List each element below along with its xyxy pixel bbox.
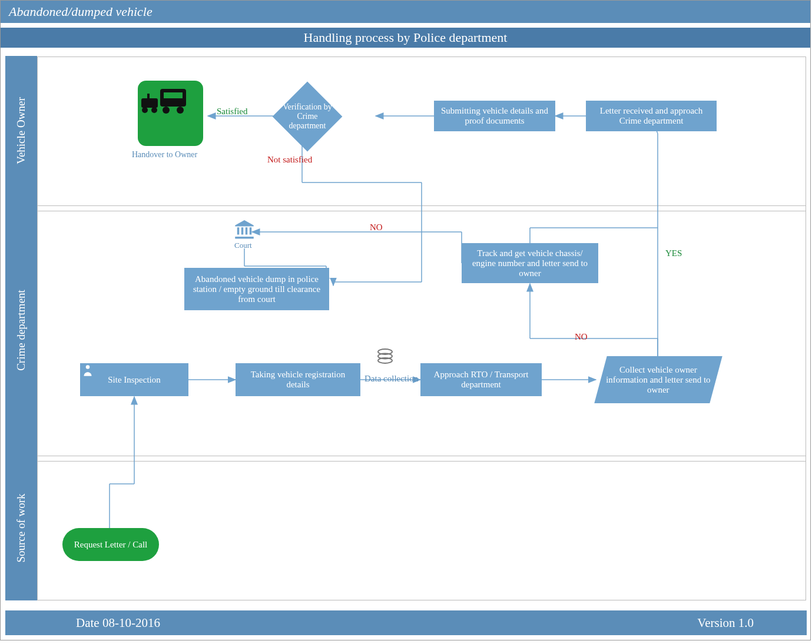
svg-point-26 <box>86 365 90 369</box>
label-court: Court <box>234 241 252 250</box>
lane-divider <box>38 205 806 206</box>
svg-point-36 <box>151 107 157 113</box>
court-icon <box>232 216 257 241</box>
svg-point-27 <box>378 349 392 354</box>
label-satisfied: Satisfied <box>217 107 248 117</box>
stack-icon <box>374 346 396 367</box>
label-no-2: NO <box>575 332 588 342</box>
decision-verification: Verification by Crime department <box>273 82 343 152</box>
box-site-inspection: Site Inspection <box>80 363 188 396</box>
box-collect-owner-info: Collect vehicle owner information and le… <box>594 356 722 403</box>
box-submit-docs: Submitting vehicle details and proof doc… <box>434 101 555 131</box>
label-handover: Handover to Owner <box>132 150 197 160</box>
diagram-title: Abandoned/dumped vehicle <box>1 1 810 23</box>
box-abandoned-dump: Abandoned vehicle dump in police station… <box>184 268 329 310</box>
svg-point-28 <box>378 354 392 359</box>
svg-point-33 <box>177 107 184 114</box>
footer-date: Date 08-10-2016 <box>76 616 160 630</box>
box-approach-rto: Approach RTO / Transport department <box>420 363 542 396</box>
svg-rect-30 <box>160 89 186 107</box>
handover-icon <box>138 81 203 146</box>
svg-point-29 <box>378 358 392 363</box>
box-track-chassis: Track and get vehicle chassis/ engine nu… <box>462 243 598 283</box>
svg-point-32 <box>163 107 170 114</box>
label-yes: YES <box>665 248 682 258</box>
lane-vehicle-owner: Vehicle Owner <box>5 56 37 205</box>
lane-divider <box>38 461 806 462</box>
svg-rect-31 <box>164 92 183 98</box>
box-letter-received: Letter received and approach Crime depar… <box>586 101 717 131</box>
label-not-satisfied: Not satisfied <box>267 155 312 165</box>
lane-divider <box>38 211 806 211</box>
label-no-1: NO <box>370 223 383 233</box>
diagram-frame: Abandoned/dumped vehicle Handling proces… <box>0 0 811 640</box>
footer-version: Version 1.0 <box>697 616 754 630</box>
svg-rect-34 <box>141 98 158 108</box>
svg-point-35 <box>142 107 148 113</box>
lane-divider <box>38 456 806 456</box>
start-request: Request Letter / Call <box>62 528 159 561</box>
lane-crime-department: Crime department <box>5 205 37 455</box>
diagram-canvas: Request Letter / Call Site Inspection Ta… <box>37 57 806 600</box>
label-data-collection: Data collection <box>364 374 418 384</box>
footer-bar: Date 08-10-2016 Version 1.0 <box>5 610 807 635</box>
box-registration-details: Taking vehicle registration details <box>236 363 360 396</box>
diagram-subtitle: Handling process by Police department <box>1 28 810 48</box>
person-icon <box>80 363 95 379</box>
svg-rect-37 <box>147 94 150 98</box>
lane-source-of-work: Source of work <box>5 455 37 600</box>
